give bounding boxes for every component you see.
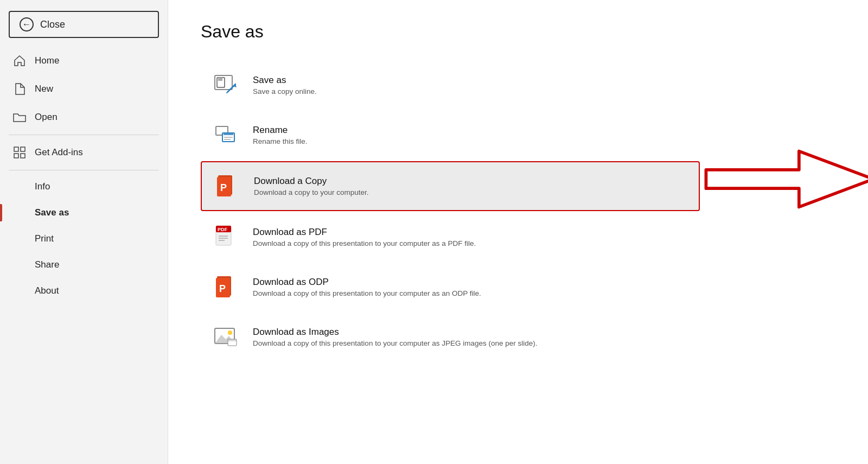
- folder-icon: [13, 111, 26, 124]
- sidebar-item-print-label: Print: [35, 233, 54, 244]
- svg-point-29: [228, 330, 232, 335]
- download-images-title: Download as Images: [253, 327, 538, 338]
- download-copy-title: Download a Copy: [254, 176, 369, 187]
- svg-rect-3: [21, 154, 25, 158]
- svg-rect-12: [224, 133, 233, 135]
- option-download-pdf[interactable]: PDF Download as PDF Download a copy of t…: [201, 213, 700, 261]
- back-arrow-icon: ←: [20, 17, 34, 31]
- rename-text: Rename Rename this file.: [253, 125, 308, 145]
- sidebar-item-info-label: Info: [35, 181, 50, 192]
- sidebar: ← Close Home New: [0, 0, 168, 464]
- option-save-as[interactable]: Save as Save a copy online.: [201, 61, 700, 109]
- download-odp-title: Download as ODP: [253, 277, 481, 288]
- sidebar-item-home[interactable]: Home: [0, 47, 168, 75]
- option-download-images[interactable]: Download as Images Download a copy of th…: [201, 313, 700, 361]
- sidebar-item-print[interactable]: Print: [0, 226, 168, 252]
- sidebar-item-share-label: Share: [35, 259, 59, 270]
- sidebar-item-open-label: Open: [35, 112, 58, 123]
- sidebar-item-addins[interactable]: Get Add-ins: [0, 138, 168, 167]
- page-title: Save as: [201, 22, 835, 42]
- svg-line-9: [227, 92, 228, 93]
- sidebar-item-new-label: New: [35, 84, 53, 94]
- svg-rect-1: [21, 147, 25, 151]
- sidebar-nav: Home New Open: [0, 47, 168, 304]
- svg-marker-32: [706, 151, 868, 207]
- svg-text:P: P: [219, 283, 226, 294]
- svg-text:PDF: PDF: [218, 227, 228, 232]
- ppt-download-icon: P: [213, 172, 241, 200]
- download-copy-text: Download a Copy Download a copy to your …: [254, 176, 369, 196]
- download-odp-desc: Download a copy of this presentation to …: [253, 289, 481, 297]
- home-icon: [13, 54, 26, 67]
- annotation-arrow: [700, 141, 868, 217]
- grid-icon: [13, 146, 26, 159]
- download-images-text: Download as Images Download a copy of th…: [253, 327, 538, 347]
- download-images-desc: Download a copy of this presentation to …: [253, 339, 538, 347]
- sidebar-item-about-label: About: [35, 285, 59, 296]
- save-as-title: Save as: [253, 75, 317, 86]
- svg-rect-2: [14, 154, 18, 158]
- odp-icon: P: [212, 273, 240, 301]
- download-pdf-title: Download as PDF: [253, 227, 476, 238]
- svg-text:P: P: [220, 182, 227, 193]
- sidebar-item-saveas[interactable]: Save as: [0, 200, 168, 226]
- sidebar-item-info[interactable]: Info: [0, 174, 168, 200]
- main-content: Save as Save as Save a copy online.: [168, 0, 868, 464]
- sidebar-item-home-label: Home: [35, 55, 59, 66]
- download-odp-text: Download as ODP Download a copy of this …: [253, 277, 481, 297]
- download-pdf-text: Download as PDF Download a copy of this …: [253, 227, 476, 247]
- images-icon: [212, 323, 240, 351]
- download-copy-desc: Download a copy to your computer.: [254, 188, 369, 196]
- close-label: Close: [40, 19, 65, 30]
- save-online-icon: [212, 71, 240, 99]
- save-as-desc: Save a copy online.: [253, 87, 317, 96]
- sidebar-item-open[interactable]: Open: [0, 103, 168, 131]
- rename-icon: [212, 121, 240, 149]
- sidebar-item-share[interactable]: Share: [0, 252, 168, 278]
- rename-desc: Rename this file.: [253, 137, 308, 145]
- download-pdf-desc: Download a copy of this presentation to …: [253, 239, 476, 247]
- pdf-icon: PDF: [212, 223, 240, 251]
- sidebar-item-saveas-label: Save as: [35, 207, 69, 218]
- nav-divider-2: [9, 170, 159, 170]
- option-download-copy[interactable]: P Download a Copy Download a copy to you…: [201, 161, 700, 211]
- nav-divider: [9, 135, 159, 135]
- close-button[interactable]: ← Close: [9, 11, 159, 38]
- svg-rect-6: [218, 78, 222, 81]
- options-list: Save as Save a copy online. Rename Re: [201, 61, 700, 361]
- sidebar-item-addins-label: Get Add-ins: [35, 147, 83, 158]
- rename-title: Rename: [253, 125, 308, 136]
- save-as-text: Save as Save a copy online.: [253, 75, 317, 96]
- option-rename[interactable]: Rename Rename this file.: [201, 111, 700, 159]
- sidebar-item-about[interactable]: About: [0, 278, 168, 304]
- svg-rect-31: [228, 339, 237, 341]
- svg-rect-0: [14, 147, 18, 151]
- new-doc-icon: [13, 82, 26, 96]
- sidebar-item-new[interactable]: New: [0, 75, 168, 103]
- option-download-odp[interactable]: P Download as ODP Download a copy of thi…: [201, 263, 700, 311]
